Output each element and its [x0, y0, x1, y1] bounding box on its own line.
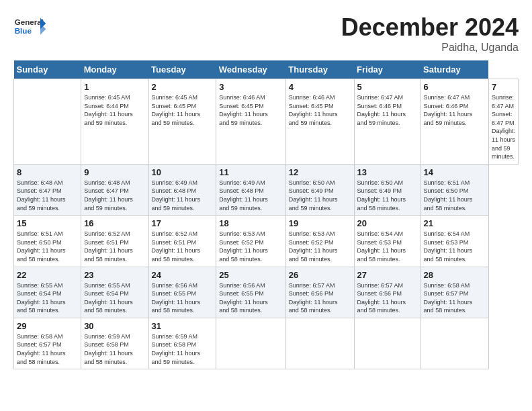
calendar-day-cell [354, 318, 420, 369]
day-number: 20 [357, 218, 418, 228]
calendar-day-cell: 15Sunrise: 6:51 AM Sunset: 6:50 PM Dayli… [14, 216, 81, 267]
day-info: Sunrise: 6:52 AM Sunset: 6:51 PM Dayligh… [84, 230, 145, 263]
calendar-day-cell: 10Sunrise: 6:49 AM Sunset: 6:48 PM Dayli… [148, 164, 216, 215]
day-info: Sunrise: 6:50 AM Sunset: 6:49 PM Dayligh… [357, 179, 418, 212]
calendar-day-cell: 14Sunrise: 6:51 AM Sunset: 6:50 PM Dayli… [420, 164, 488, 215]
calendar-day-cell [420, 318, 488, 369]
day-info: Sunrise: 6:54 AM Sunset: 6:53 PM Dayligh… [424, 230, 486, 263]
day-info: Sunrise: 6:56 AM Sunset: 6:55 PM Dayligh… [152, 281, 214, 315]
day-info: Sunrise: 6:59 AM Sunset: 6:58 PM Dayligh… [84, 332, 145, 366]
day-number: 15 [17, 218, 78, 228]
day-info: Sunrise: 6:48 AM Sunset: 6:47 PM Dayligh… [17, 179, 78, 212]
title-block: December 2024 Paidha, Uganda [341, 13, 519, 54]
day-info: Sunrise: 6:46 AM Sunset: 6:45 PM Dayligh… [289, 93, 351, 127]
calendar-day-cell [285, 318, 354, 369]
calendar-day-cell: 8Sunrise: 6:48 AM Sunset: 6:47 PM Daylig… [14, 164, 81, 215]
day-number: 7 [492, 82, 515, 92]
day-of-week-header: Tuesday [148, 60, 216, 79]
day-info: Sunrise: 6:58 AM Sunset: 6:57 PM Dayligh… [17, 332, 78, 366]
day-info: Sunrise: 6:47 AM Sunset: 6:46 PM Dayligh… [357, 93, 418, 127]
day-number: 8 [17, 167, 78, 177]
calendar-day-cell: 23Sunrise: 6:55 AM Sunset: 6:54 PM Dayli… [81, 267, 148, 318]
day-info: Sunrise: 6:53 AM Sunset: 6:52 PM Dayligh… [219, 230, 283, 263]
day-of-week-header: Friday [354, 60, 420, 79]
calendar-day-cell: 31Sunrise: 6:59 AM Sunset: 6:58 PM Dayli… [148, 318, 216, 369]
day-info: Sunrise: 6:51 AM Sunset: 6:50 PM Dayligh… [17, 230, 78, 263]
calendar-day-cell: 30Sunrise: 6:59 AM Sunset: 6:58 PM Dayli… [81, 318, 148, 369]
day-number: 19 [289, 218, 351, 228]
day-info: Sunrise: 6:53 AM Sunset: 6:52 PM Dayligh… [289, 230, 351, 263]
calendar-week-row: 15Sunrise: 6:51 AM Sunset: 6:50 PM Dayli… [14, 216, 519, 267]
day-of-week-header: Monday [81, 60, 148, 79]
day-number: 5 [357, 82, 418, 92]
day-info: Sunrise: 6:55 AM Sunset: 6:54 PM Dayligh… [84, 281, 145, 315]
calendar-day-cell [216, 318, 286, 369]
day-info: Sunrise: 6:56 AM Sunset: 6:55 PM Dayligh… [219, 281, 283, 315]
day-number: 28 [424, 270, 486, 280]
day-info: Sunrise: 6:50 AM Sunset: 6:49 PM Dayligh… [289, 179, 351, 212]
calendar-day-cell: 7Sunrise: 6:47 AM Sunset: 6:47 PM Daylig… [488, 79, 518, 165]
day-info: Sunrise: 6:49 AM Sunset: 6:48 PM Dayligh… [219, 179, 283, 212]
day-number: 4 [289, 82, 351, 92]
day-info: Sunrise: 6:45 AM Sunset: 6:45 PM Dayligh… [152, 93, 214, 127]
day-number: 31 [152, 321, 214, 331]
day-info: Sunrise: 6:57 AM Sunset: 6:56 PM Dayligh… [357, 281, 418, 315]
calendar-day-cell: 28Sunrise: 6:58 AM Sunset: 6:57 PM Dayli… [420, 267, 488, 318]
calendar-day-cell: 6Sunrise: 6:47 AM Sunset: 6:46 PM Daylig… [420, 79, 488, 165]
svg-text:Blue: Blue [15, 26, 32, 35]
calendar-day-cell: 1Sunrise: 6:45 AM Sunset: 6:44 PM Daylig… [81, 79, 148, 165]
day-number: 27 [357, 270, 418, 280]
day-info: Sunrise: 6:58 AM Sunset: 6:57 PM Dayligh… [424, 281, 486, 315]
calendar-day-cell: 20Sunrise: 6:54 AM Sunset: 6:53 PM Dayli… [354, 216, 420, 267]
calendar-day-cell: 17Sunrise: 6:52 AM Sunset: 6:51 PM Dayli… [148, 216, 216, 267]
calendar-day-cell: 11Sunrise: 6:49 AM Sunset: 6:48 PM Dayli… [216, 164, 286, 215]
day-info: Sunrise: 6:48 AM Sunset: 6:47 PM Dayligh… [84, 179, 145, 212]
day-number: 22 [17, 270, 78, 280]
day-number: 1 [84, 82, 145, 92]
calendar-day-cell: 2Sunrise: 6:45 AM Sunset: 6:45 PM Daylig… [148, 79, 216, 165]
day-number: 29 [17, 321, 78, 331]
calendar-week-row: 8Sunrise: 6:48 AM Sunset: 6:47 PM Daylig… [14, 164, 519, 215]
calendar-day-cell: 27Sunrise: 6:57 AM Sunset: 6:56 PM Dayli… [354, 267, 420, 318]
calendar-day-cell: 21Sunrise: 6:54 AM Sunset: 6:53 PM Dayli… [420, 216, 488, 267]
day-number: 26 [289, 270, 351, 280]
calendar-day-cell: 5Sunrise: 6:47 AM Sunset: 6:46 PM Daylig… [354, 79, 420, 165]
day-number: 21 [424, 218, 486, 228]
calendar-week-row: 29Sunrise: 6:58 AM Sunset: 6:57 PM Dayli… [14, 318, 519, 369]
day-number: 3 [219, 82, 283, 92]
day-number: 13 [357, 167, 418, 177]
calendar-table: SundayMondayTuesdayWednesdayThursdayFrid… [13, 60, 519, 369]
day-info: Sunrise: 6:46 AM Sunset: 6:45 PM Dayligh… [219, 93, 283, 127]
day-number: 6 [424, 82, 486, 92]
day-number: 2 [152, 82, 214, 92]
day-of-week-header: Sunday [14, 60, 81, 79]
day-info: Sunrise: 6:52 AM Sunset: 6:51 PM Dayligh… [152, 230, 214, 263]
page-header: General Blue December 2024 Paidha, Ugand… [13, 13, 519, 54]
calendar-day-cell: 12Sunrise: 6:50 AM Sunset: 6:49 PM Dayli… [285, 164, 354, 215]
day-info: Sunrise: 6:59 AM Sunset: 6:58 PM Dayligh… [152, 332, 214, 366]
day-of-week-header: Wednesday [216, 60, 286, 79]
day-info: Sunrise: 6:55 AM Sunset: 6:54 PM Dayligh… [17, 281, 78, 315]
calendar-day-cell: 29Sunrise: 6:58 AM Sunset: 6:57 PM Dayli… [14, 318, 81, 369]
day-number: 23 [84, 270, 145, 280]
calendar-day-cell: 18Sunrise: 6:53 AM Sunset: 6:52 PM Dayli… [216, 216, 286, 267]
day-number: 14 [424, 167, 486, 177]
calendar-week-row: 1Sunrise: 6:45 AM Sunset: 6:44 PM Daylig… [14, 79, 519, 165]
calendar-day-cell: 4Sunrise: 6:46 AM Sunset: 6:45 PM Daylig… [285, 79, 354, 165]
month-title: December 2024 [341, 13, 519, 42]
calendar-day-cell: 24Sunrise: 6:56 AM Sunset: 6:55 PM Dayli… [148, 267, 216, 318]
day-number: 16 [84, 218, 145, 228]
day-number: 11 [219, 167, 283, 177]
calendar-day-cell: 22Sunrise: 6:55 AM Sunset: 6:54 PM Dayli… [14, 267, 81, 318]
calendar-day-cell: 13Sunrise: 6:50 AM Sunset: 6:49 PM Dayli… [354, 164, 420, 215]
calendar-day-cell: 3Sunrise: 6:46 AM Sunset: 6:45 PM Daylig… [216, 79, 286, 165]
day-of-week-header: Thursday [285, 60, 354, 79]
logo-icon: General Blue [13, 13, 47, 40]
calendar-day-cell: 25Sunrise: 6:56 AM Sunset: 6:55 PM Dayli… [216, 267, 286, 318]
day-info: Sunrise: 6:54 AM Sunset: 6:53 PM Dayligh… [357, 230, 418, 263]
calendar-day-cell: 19Sunrise: 6:53 AM Sunset: 6:52 PM Dayli… [285, 216, 354, 267]
day-number: 9 [84, 167, 145, 177]
day-number: 12 [289, 167, 351, 177]
calendar-week-row: 22Sunrise: 6:55 AM Sunset: 6:54 PM Dayli… [14, 267, 519, 318]
logo: General Blue [13, 13, 50, 40]
